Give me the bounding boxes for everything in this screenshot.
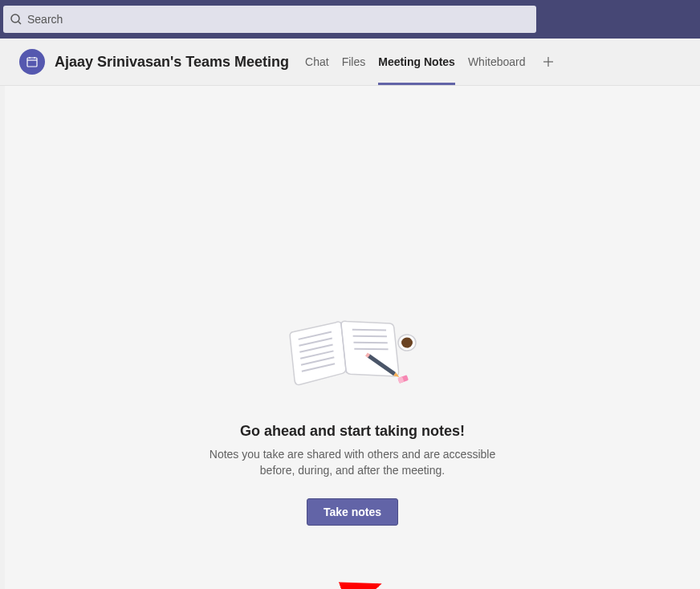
add-tab-button[interactable] xyxy=(535,49,561,75)
empty-state-title: Go ahead and start taking notes! xyxy=(184,423,521,440)
tab-files[interactable]: Files xyxy=(336,39,372,85)
annotation-arrow xyxy=(246,567,406,589)
tab-meeting-notes[interactable]: Meeting Notes xyxy=(372,39,462,85)
svg-point-23 xyxy=(401,338,413,348)
meeting-title: Ajaay Srinivasan's Teams Meeting xyxy=(55,54,289,71)
search-input[interactable] xyxy=(27,13,530,26)
meeting-icon xyxy=(19,49,45,75)
search-icon xyxy=(10,13,22,26)
search-box[interactable] xyxy=(3,6,536,33)
tab-whiteboard[interactable]: Whiteboard xyxy=(462,39,532,85)
tabs: Chat Files Meeting Notes Whiteboard xyxy=(299,39,560,85)
top-bar xyxy=(0,0,700,39)
svg-line-1 xyxy=(18,22,21,24)
tab-chat[interactable]: Chat xyxy=(299,39,336,85)
take-notes-button[interactable]: Take notes xyxy=(307,498,398,526)
empty-state-description: Notes you take are shared with others an… xyxy=(184,446,521,479)
content-area: Go ahead and start taking notes! Notes y… xyxy=(5,86,700,589)
svg-point-0 xyxy=(11,14,19,22)
empty-state: Go ahead and start taking notes! Notes y… xyxy=(184,311,521,526)
header-bar: Ajaay Srinivasan's Teams Meeting Chat Fi… xyxy=(0,39,700,86)
svg-line-27 xyxy=(246,585,378,589)
notes-illustration xyxy=(284,311,421,399)
svg-rect-2 xyxy=(27,58,37,67)
